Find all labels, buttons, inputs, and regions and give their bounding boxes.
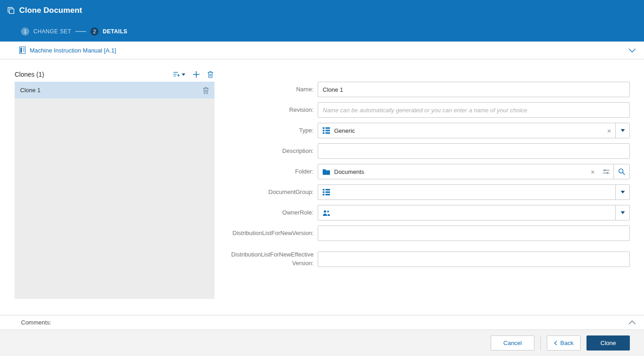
type-row: Type: Generic × bbox=[230, 123, 630, 138]
clone-item-label: Clone 1 bbox=[20, 87, 41, 94]
document-group-list-icon bbox=[318, 189, 334, 195]
caret-down-icon bbox=[182, 73, 185, 76]
chevron-left-icon bbox=[554, 340, 557, 346]
clone-icon bbox=[7, 7, 15, 14]
document-group-row: DocumentGroup: bbox=[230, 184, 630, 200]
owner-role-row: OwnerRole: bbox=[230, 205, 630, 220]
add-clone-button[interactable] bbox=[192, 70, 201, 79]
distribution-list-new-effective-version-label: DistributionListForNewEffectiveVersion: bbox=[230, 251, 318, 268]
revision-row: Revision: bbox=[230, 102, 630, 118]
clones-panel-header: Clones (1) bbox=[15, 68, 215, 81]
main-content: Clones (1) bbox=[0, 59, 644, 315]
type-dropdown-button[interactable] bbox=[615, 123, 629, 138]
cancel-button-label: Cancel bbox=[503, 340, 522, 346]
folder-value: Documents bbox=[334, 168, 586, 175]
type-value: Generic bbox=[334, 127, 603, 134]
clone-button-label: Clone bbox=[601, 340, 616, 346]
plus-icon bbox=[193, 71, 200, 78]
remove-clone-icon[interactable] bbox=[203, 87, 209, 94]
dialog-title: Clone Document bbox=[19, 6, 82, 15]
folder-clear-icon[interactable]: × bbox=[586, 168, 599, 175]
document-group-combobox[interactable] bbox=[318, 184, 630, 200]
revision-input[interactable] bbox=[318, 102, 630, 118]
step-details[interactable]: 2 DETAILS bbox=[90, 27, 127, 36]
chevron-up-icon[interactable] bbox=[628, 320, 636, 325]
comments-label: Comments: bbox=[21, 319, 51, 326]
step-1-label: CHANGE SET bbox=[33, 28, 71, 35]
type-clear-icon[interactable]: × bbox=[603, 127, 615, 134]
folder-filter-icon[interactable] bbox=[599, 168, 613, 175]
description-row: Description: bbox=[230, 143, 630, 159]
owner-role-combobox[interactable] bbox=[318, 205, 630, 220]
owner-role-dropdown-button[interactable] bbox=[615, 205, 629, 220]
distribution-list-new-version-row: DistributionListForNewVersion: bbox=[230, 225, 630, 241]
dialog-header: Clone Document bbox=[0, 0, 644, 21]
folder-search-button[interactable] bbox=[613, 164, 629, 179]
step-2-label: DETAILS bbox=[103, 28, 127, 35]
delete-clone-button[interactable] bbox=[206, 70, 215, 79]
comments-section-header[interactable]: Comments: bbox=[0, 315, 644, 330]
folder-row: Folder: Documents × bbox=[230, 164, 630, 179]
clones-toolbar bbox=[172, 70, 215, 79]
clones-list[interactable]: Clone 1 bbox=[15, 82, 215, 299]
clone-document-dialog: Clone Document 1 CHANGE SET 2 DETAILS Ma… bbox=[0, 0, 644, 356]
filter-icon bbox=[173, 71, 180, 78]
distribution-list-new-effective-version-row: DistributionListForNewEffectiveVersion: bbox=[230, 251, 630, 268]
name-input[interactable] bbox=[318, 82, 630, 97]
clones-panel: Clones (1) bbox=[15, 68, 215, 315]
distribution-list-new-version-input[interactable] bbox=[318, 225, 630, 241]
type-list-icon bbox=[318, 127, 334, 134]
document-title: Machine Instruction Manual [A.1] bbox=[30, 47, 116, 54]
step-2-circle: 2 bbox=[90, 27, 99, 36]
type-label: Type: bbox=[230, 126, 318, 135]
folder-combobox[interactable]: Documents × bbox=[318, 164, 630, 179]
back-button[interactable]: Back bbox=[547, 335, 581, 351]
type-combobox[interactable]: Generic × bbox=[318, 123, 630, 138]
distribution-list-new-effective-version-input[interactable] bbox=[318, 251, 630, 267]
revision-label: Revision: bbox=[230, 106, 318, 115]
folder-label: Folder: bbox=[230, 168, 318, 176]
step-connector-line bbox=[75, 31, 86, 32]
footer-divider bbox=[540, 335, 541, 351]
clone-list-item[interactable]: Clone 1 bbox=[15, 82, 215, 99]
document-icon bbox=[19, 47, 26, 54]
description-input[interactable] bbox=[318, 143, 630, 159]
filter-menu-button[interactable] bbox=[172, 70, 186, 79]
wizard-steps: 1 CHANGE SET 2 DETAILS bbox=[0, 21, 644, 42]
document-group-label: DocumentGroup: bbox=[230, 188, 318, 197]
chevron-down-icon[interactable] bbox=[628, 48, 636, 52]
step-1-circle: 1 bbox=[21, 27, 29, 36]
step-change-set[interactable]: 1 CHANGE SET bbox=[21, 27, 71, 36]
owner-role-label: OwnerRole: bbox=[230, 209, 318, 217]
trash-icon bbox=[207, 71, 214, 78]
cancel-button[interactable]: Cancel bbox=[491, 335, 534, 351]
name-label: Name: bbox=[230, 85, 318, 94]
folder-icon bbox=[318, 169, 334, 175]
people-icon bbox=[318, 210, 334, 216]
distribution-list-new-version-label: DistributionListForNewVersion: bbox=[230, 229, 318, 238]
clones-title: Clones (1) bbox=[15, 71, 44, 78]
dialog-footer: Cancel Back Clone bbox=[0, 330, 644, 356]
description-label: Description: bbox=[230, 147, 318, 156]
back-button-label: Back bbox=[560, 340, 574, 346]
clone-button[interactable]: Clone bbox=[586, 335, 630, 351]
name-row: Name: bbox=[230, 82, 630, 97]
document-group-dropdown-button[interactable] bbox=[615, 185, 629, 199]
clone-details-form: Name: Revision: Type: bbox=[215, 82, 630, 315]
document-header-bar[interactable]: Machine Instruction Manual [A.1] bbox=[0, 42, 644, 59]
